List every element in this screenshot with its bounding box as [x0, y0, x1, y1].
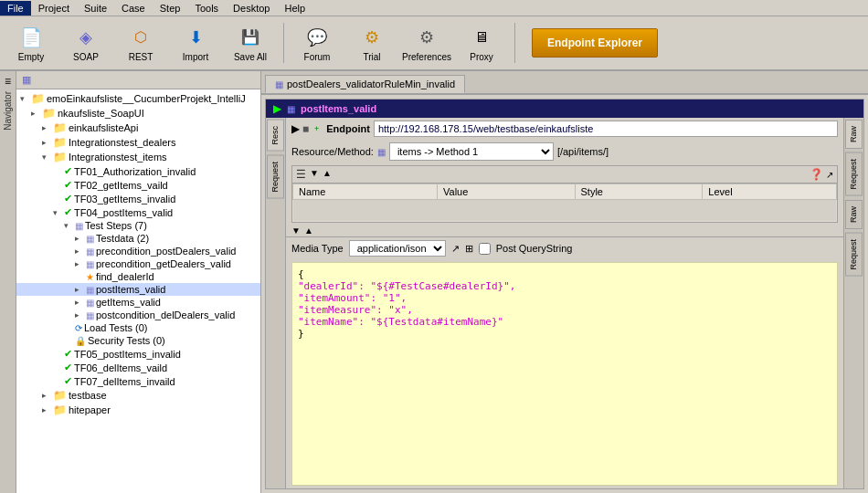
save-all-icon: 💾	[238, 25, 263, 50]
tree-item-n18[interactable]: ⟳ Load Tests (0)	[16, 321, 260, 334]
tree-label-n10: Test Steps (7)	[85, 220, 147, 231]
menu-step[interactable]: Step	[153, 1, 188, 16]
menu-suite[interactable]: Suite	[77, 1, 114, 16]
menu-help[interactable]: Help	[277, 1, 312, 16]
soap-icon: ◈	[73, 25, 99, 50]
tree-item-n17[interactable]: ▸ ▦ postcondition_delDealers_valid	[16, 309, 260, 321]
tree-label-n15: postItems_valid	[96, 284, 165, 295]
menu-desktop[interactable]: Desktop	[226, 1, 277, 16]
proxy-icon: 🖥	[469, 25, 494, 50]
tree-item-n1[interactable]: ▾ 📁 emoEinkaufsliste__CucumberProjekt_In…	[16, 91, 260, 106]
json-open-brace: {	[298, 268, 831, 280]
expand-icon-n17: ▸	[75, 310, 84, 320]
expand-icon-n2: ▸	[31, 109, 40, 118]
resource-method-label: Resource/Method:	[291, 146, 374, 157]
tree-item-n13[interactable]: ▸ ▦ precondition_getDealers_valid	[16, 257, 260, 270]
tree-label-n24: hitepaper	[69, 404, 111, 415]
table-up-icon[interactable]: ▼	[310, 168, 319, 181]
table-down-icon[interactable]: ▲	[323, 168, 332, 181]
tree-item-n2[interactable]: ▸ 📁 nkaufsliste_SoapUI	[16, 106, 260, 121]
tree-item-n15[interactable]: ▸ ▦ postItems_valid	[16, 283, 260, 296]
tree-item-n19[interactable]: 🔒 Security Tests (0)	[16, 334, 260, 347]
tree-item-n8[interactable]: ✔ TF03_getItems_invalid	[16, 192, 260, 205]
main-tab-label: postDealers_validatorRuleMin_invalid	[287, 79, 455, 89]
menu-project[interactable]: Project	[31, 1, 77, 16]
trial-button[interactable]: ⚙ Trial	[346, 19, 397, 67]
tree-label-n14: find_dealerId	[96, 271, 154, 282]
tree-item-n24[interactable]: ▸ 📁 hitepaper	[16, 403, 260, 417]
endpoint-explorer-button[interactable]: Endpoint Explorer	[532, 28, 658, 58]
resource-path-label: [/api/items/]	[557, 146, 609, 157]
tree-item-n20[interactable]: ✔ TF05_postItems_invalid	[16, 347, 260, 361]
tab-bar: ▦ postDealers_validatorRuleMin_invalid	[261, 71, 868, 95]
sub-tab-play-icon[interactable]: ▶	[273, 102, 281, 115]
menu-tools[interactable]: Tools	[187, 1, 226, 16]
menu-case[interactable]: Case	[114, 1, 153, 16]
tree-label-n7: TF02_getItems_vaild	[74, 180, 168, 191]
main-tab[interactable]: ▦ postDealers_validatorRuleMin_invalid	[265, 75, 465, 93]
expand-icon-n23: ▸	[42, 391, 51, 400]
media-type-select[interactable]: application/ison	[349, 240, 446, 257]
separator-1	[283, 23, 284, 63]
scroll-controls: ▼ ▲	[286, 225, 843, 236]
resource-method-select[interactable]: items -> Method 1	[389, 142, 554, 161]
post-querystring-checkbox[interactable]	[479, 243, 491, 255]
forum-button[interactable]: 💬 Forum	[291, 19, 343, 67]
tree-item-n4[interactable]: ▸ 📁 Integrationstest_dealers	[16, 135, 260, 150]
forum-label: Forum	[304, 52, 331, 62]
resc-tab[interactable]: Resc	[267, 120, 284, 152]
tree-label-n20: TF05_postItems_invalid	[74, 349, 181, 360]
menu-file[interactable]: File	[0, 1, 31, 16]
endpoint-play-icon[interactable]: ▶	[291, 123, 299, 135]
col-value: Value	[438, 184, 575, 200]
scroll-down-icon[interactable]: ▼	[291, 226, 301, 236]
resource-method-row: Resource/Method: ▦ items -> Method 1 [/a…	[286, 140, 843, 163]
media-expand-icon[interactable]: ↗	[451, 243, 460, 255]
soap-button[interactable]: ◈ SOAP	[60, 19, 111, 67]
save-all-button[interactable]: 💾 Save All	[225, 19, 276, 67]
tree-item-n21[interactable]: ✔ TF06_delItems_vaild	[16, 361, 260, 374]
tree-item-n22[interactable]: ✔ TF07_delItems_invaild	[16, 374, 260, 388]
preferences-button[interactable]: ⚙ Preferences	[401, 19, 452, 67]
proxy-button[interactable]: 🖥 Proxy	[456, 19, 507, 67]
raw-tab-1[interactable]: Raw	[845, 120, 863, 149]
request-tab-right[interactable]: Request	[845, 152, 863, 196]
expand-icon-n10: ▾	[64, 221, 73, 230]
import-button[interactable]: ⬇ Import	[170, 19, 221, 67]
tree-item-n3[interactable]: ▸ 📁 einkaufslisteApi	[16, 121, 260, 135]
help-icon[interactable]: ❓	[810, 168, 823, 181]
tree-item-n11[interactable]: ▸ ▦ Testdata (2)	[16, 232, 260, 245]
tree-item-n14[interactable]: ★ find_dealerId	[16, 270, 260, 283]
request-tab-left[interactable]: Request	[267, 155, 284, 199]
nav-toggle[interactable]: ≡ Navigator	[0, 71, 16, 493]
expand-icon-n1: ▾	[20, 94, 29, 103]
toolbar: 📄 Empty ◈ SOAP ⬡ REST ⬇ Import 💾 Save Al…	[0, 16, 868, 71]
media-resize-icon[interactable]: ⊞	[465, 243, 473, 255]
tree-item-n9[interactable]: ▾ ✔ TF04_postItems_valid	[16, 205, 260, 219]
tree-item-n5[interactable]: ▾ 📁 Integrationstest_items	[16, 150, 260, 164]
sub-tab-header: ▶ ▦ postItems_valid	[266, 100, 863, 118]
json-body[interactable]: { "dealerId": "${#TestCase#dealerId}", "…	[291, 262, 838, 486]
endpoint-input[interactable]	[374, 121, 838, 137]
tree-item-n6[interactable]: ✔ TF01_Authorization_invalid	[16, 164, 260, 178]
tree-item-n7[interactable]: ✔ TF02_getItems_vaild	[16, 178, 260, 192]
tree-label-n17: postcondition_delDealers_valid	[96, 309, 235, 320]
tree-item-n16[interactable]: ▸ ▦ getItems_valid	[16, 296, 260, 309]
sub-tab-icon: ▦	[287, 104, 295, 114]
expand-icon[interactable]: ↗	[826, 170, 833, 180]
tree-item-n10[interactable]: ▾ ▦ Test Steps (7)	[16, 219, 260, 232]
json-line-3: "itemMeasure": "x",	[298, 304, 831, 316]
raw-tab-2[interactable]: Raw	[845, 200, 863, 229]
scroll-up-icon[interactable]: ▲	[304, 226, 313, 236]
endpoint-add-icon[interactable]: ◼	[302, 124, 309, 133]
empty-button[interactable]: 📄 Empty	[5, 19, 57, 67]
endpoint-plus-icon[interactable]: +	[314, 124, 319, 133]
tree-container[interactable]: ▾ 📁 emoEinkaufsliste__CucumberProjekt_In…	[16, 89, 260, 493]
tree-item-n23[interactable]: ▸ 📁 testbase	[16, 388, 260, 403]
tree-item-n12[interactable]: ▸ ▦ precondition_postDealers_valid	[16, 245, 260, 257]
request-tab-right-2[interactable]: Request	[845, 233, 863, 277]
save-all-label: Save All	[234, 52, 267, 62]
menubar: File Project Suite Case Step Tools Deskt…	[0, 0, 868, 16]
left-side-tabs: Resc Request	[266, 118, 286, 488]
rest-button[interactable]: ⬡ REST	[115, 19, 166, 67]
